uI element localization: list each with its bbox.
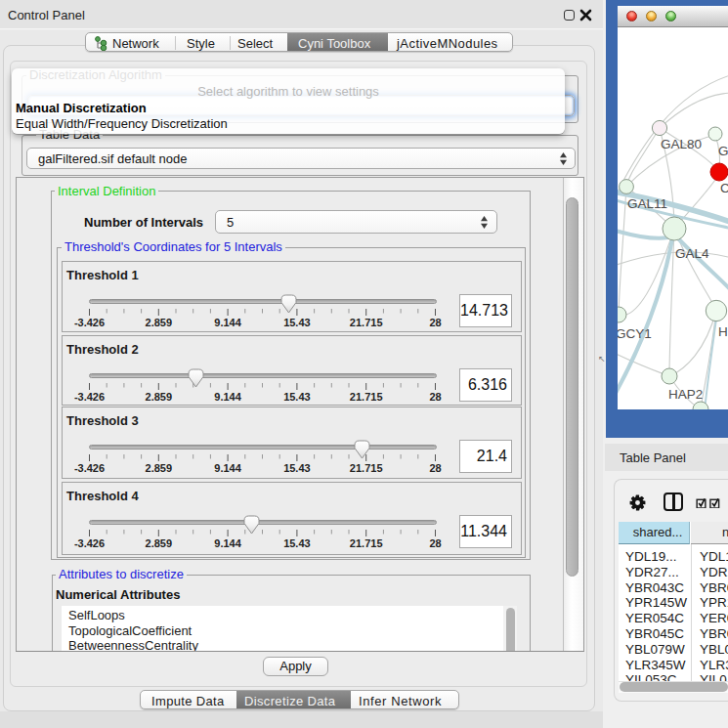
svg-text:HAP2: HAP2: [668, 387, 703, 402]
svg-text:GAL80: GAL80: [661, 137, 702, 151]
svg-text:H: H: [718, 324, 728, 339]
svg-text:GAL11: GAL11: [627, 196, 667, 211]
svg-text:GA: GA: [718, 144, 728, 158]
svg-text:C: C: [720, 181, 728, 195]
svg-text:GCY1: GCY1: [618, 326, 652, 341]
svg-text:GAL4: GAL4: [675, 246, 709, 261]
